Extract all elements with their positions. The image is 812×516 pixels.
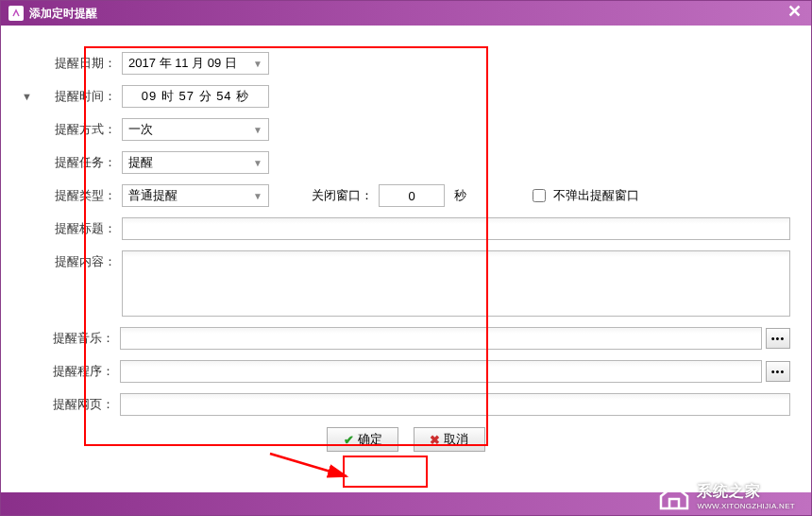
music-browse-button[interactable]: ••• [766,328,790,349]
label-program: 提醒程序： [35,363,116,380]
label-content: 提醒内容： [35,250,118,270]
button-bar: ✔ 确定 ✖ 取消 [22,427,790,452]
no-popup-checkbox[interactable] [533,189,546,202]
type-select[interactable]: 普通提醒 ▼ [122,184,269,207]
time-expand-icon[interactable]: ▼ [22,91,35,102]
cancel-button[interactable]: ✖ 取消 [414,427,485,452]
ok-button[interactable]: ✔ 确定 [327,427,398,452]
label-music: 提醒音乐： [35,330,116,347]
program-input[interactable] [120,360,762,383]
time-picker[interactable]: 09 时 57 分 54 秒 [122,85,269,108]
check-icon: ✔ [344,433,354,447]
annotation-box-ok [343,456,428,488]
music-input[interactable] [120,327,762,350]
mode-select[interactable]: 一次 ▼ [122,118,269,141]
task-value: 提醒 [128,154,153,171]
label-date: 提醒日期： [35,55,118,72]
label-mode: 提醒方式： [35,121,118,138]
close-icon[interactable]: ✕ [787,3,802,20]
type-value: 普通提醒 [128,187,178,204]
mode-value: 一次 [128,121,153,138]
cancel-label: 取消 [444,431,468,448]
date-picker[interactable]: 2017 年 11 月 09 日 ▼ [122,52,269,75]
no-popup-label: 不弹出提醒窗口 [553,187,639,204]
chevron-down-icon: ▼ [253,59,262,69]
annotation-arrow [265,446,369,493]
label-title: 提醒标题： [35,220,118,237]
task-select[interactable]: 提醒 ▼ [122,151,269,174]
label-time: 提醒时间： [35,88,118,105]
date-value: 2017 年 11 月 09 日 [128,55,237,72]
title-input[interactable] [122,217,790,240]
program-browse-button[interactable]: ••• [766,361,790,382]
svg-line-0 [270,454,347,476]
label-webpage: 提醒网页： [35,396,116,413]
close-window-unit: 秒 [454,187,466,204]
titlebar: 添加定时提醒 ✕ [1,1,811,26]
label-close-window: 关闭窗口： [307,187,373,204]
dialog-window: 添加定时提醒 ✕ 提醒日期： 2017 年 11 月 09 日 ▼ ▼ 提醒时间… [0,0,812,516]
close-window-input[interactable] [379,184,445,207]
chevron-down-icon: ▼ [253,125,262,135]
label-task: 提醒任务： [35,154,118,171]
content-textarea[interactable] [122,250,790,317]
label-type: 提醒类型： [35,187,118,204]
footer-bar [1,492,811,515]
chevron-down-icon: ▼ [253,158,262,168]
no-popup-checkbox-wrap[interactable]: 不弹出提醒窗口 [533,187,639,204]
content-area: 提醒日期： 2017 年 11 月 09 日 ▼ ▼ 提醒时间： 09 时 57… [1,26,811,492]
webpage-input[interactable] [120,393,790,416]
cross-icon: ✖ [430,433,440,447]
chevron-down-icon: ▼ [253,191,262,201]
ok-label: 确定 [358,431,382,448]
window-title: 添加定时提醒 [29,6,97,22]
app-icon [8,6,24,21]
time-value: 09 时 57 分 54 秒 [142,88,249,105]
